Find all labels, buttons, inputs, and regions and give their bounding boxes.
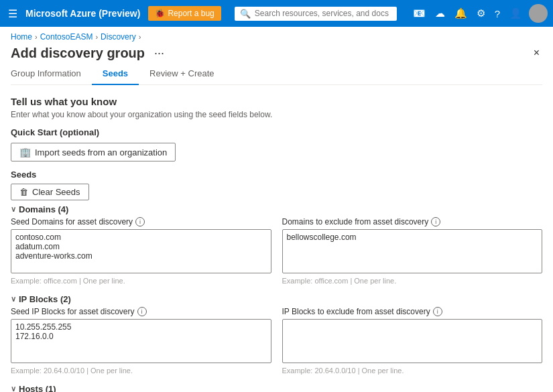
seed-ip-blocks-input[interactable]: 10.255.255.255 172.16.0.0 [11,319,271,363]
close-button[interactable]: × [531,44,542,62]
breadcrumb-sep-2: › [95,33,98,41]
seed-ip-blocks-group: Seed IP Blocks for asset discovery i 10.… [11,307,271,375]
hosts-section-header[interactable]: ∨ Hosts (1) [11,380,542,392]
seed-domains-label: Seed Domains for asset discovery i [11,217,271,226]
clear-seeds-button[interactable]: 🗑 Clear Seeds [11,184,89,200]
cloud-icon[interactable]: ☁ [432,5,448,22]
settings-icon[interactable]: ⚙ [474,5,488,22]
exclude-domains-input[interactable]: bellowscollege.com [282,229,543,273]
page-content: Add discovery group ··· × Group Informat… [0,44,553,392]
bug-icon: 🐞 [155,9,165,18]
domains-fields-row: Seed Domains for asset discovery i conto… [11,217,542,285]
exclude-domains-info-icon[interactable]: i [431,217,440,226]
exclude-domains-label: Domains to exclude from asset discovery … [282,217,543,226]
nav-icons: 📧 ☁ 🔔 ⚙ ? 👤 [410,4,548,23]
tab-group-information[interactable]: Group Information [11,63,92,85]
nav-bar: ☰ Microsoft Azure (Preview) 🐞 Report a b… [0,0,553,27]
section-desc: Enter what you know about your organizat… [11,110,542,119]
import-icon: 🏢 [19,147,31,157]
exclude-ip-blocks-example: Example: 20.64.0.0/10 | One per line. [282,367,543,375]
quick-start-label: Quick Start (optional) [11,127,542,137]
seed-ip-blocks-example: Example: 20.64.0.0/10 | One per line. [11,367,271,375]
exclude-domains-example: Example: office.com | One per line. [282,277,543,285]
breadcrumb: Home › ContosoEASM › Discovery › [0,27,553,44]
scrollable-area: Tell us what you know Enter what you kno… [11,96,542,392]
ip-blocks-chevron: ∨ [11,295,16,304]
avatar[interactable] [529,4,548,23]
seed-ip-blocks-info-icon[interactable]: i [137,307,147,316]
title-menu-icon[interactable]: ··· [150,45,168,62]
hosts-chevron: ∨ [11,385,16,392]
seed-domains-info-icon[interactable]: i [135,217,145,226]
breadcrumb-home[interactable]: Home [11,32,32,42]
search-bar: 🔍 [235,7,397,21]
ip-blocks-fields-row: Seed IP Blocks for asset discovery i 10.… [11,307,542,375]
hosts-header-label: Hosts (1) [19,384,56,392]
seed-domains-input[interactable]: contoso.com adatum.com adventure-works.c… [11,229,271,273]
page-wrapper: Home › ContosoEASM › Discovery › Add dis… [0,27,553,392]
tab-seeds[interactable]: Seeds [92,63,139,85]
import-seeds-button[interactable]: 🏢 Import seeds from an organization [11,143,176,161]
page-title: Add discovery group [11,46,145,61]
exclude-ip-blocks-input[interactable] [282,319,543,363]
exclude-ip-blocks-label: IP Blocks to exclude from asset discover… [282,307,543,316]
exclude-ip-blocks-group: IP Blocks to exclude from asset discover… [282,307,543,375]
trash-icon: 🗑 [19,187,28,197]
breadcrumb-discovery[interactable]: Discovery [101,32,136,42]
feedback-icon[interactable]: 👤 [507,5,525,22]
tab-review-create[interactable]: Review + Create [139,63,225,85]
section-title: Tell us what you know [11,96,542,107]
help-icon[interactable]: ? [492,5,503,22]
notifications-icon[interactable]: 📧 [410,5,428,22]
search-icon: 🔍 [240,9,251,19]
domains-chevron: ∨ [11,205,16,214]
ip-blocks-section-header[interactable]: ∨ IP Blocks (2) [11,290,542,307]
seed-ip-blocks-label: Seed IP Blocks for asset discovery i [11,307,271,316]
brand-label: Microsoft Azure (Preview) [25,8,140,19]
search-input[interactable] [255,9,391,18]
hamburger-icon[interactable]: ☰ [5,5,20,23]
domains-section-header[interactable]: ∨ Domains (4) [11,200,542,217]
ip-blocks-header-label: IP Blocks (2) [19,294,71,304]
seed-domains-example: Example: office.com | One per line. [11,277,271,285]
breadcrumb-contoso[interactable]: ContosoEASM [40,32,93,42]
breadcrumb-sep-1: › [35,33,38,41]
report-bug-button[interactable]: 🐞 Report a bug [148,6,221,21]
domains-header-label: Domains (4) [19,204,68,214]
tabs: Group Information Seeds Review + Create [11,63,542,85]
seed-domains-group: Seed Domains for asset discovery i conto… [11,217,271,285]
exclude-domains-group: Domains to exclude from asset discovery … [282,217,543,285]
page-title-row: Add discovery group ··· × [11,44,542,62]
seeds-label: Seeds [11,170,542,180]
bell-icon[interactable]: 🔔 [452,5,470,22]
breadcrumb-sep-3: › [139,33,141,41]
exclude-ip-blocks-info-icon[interactable]: i [433,307,442,316]
